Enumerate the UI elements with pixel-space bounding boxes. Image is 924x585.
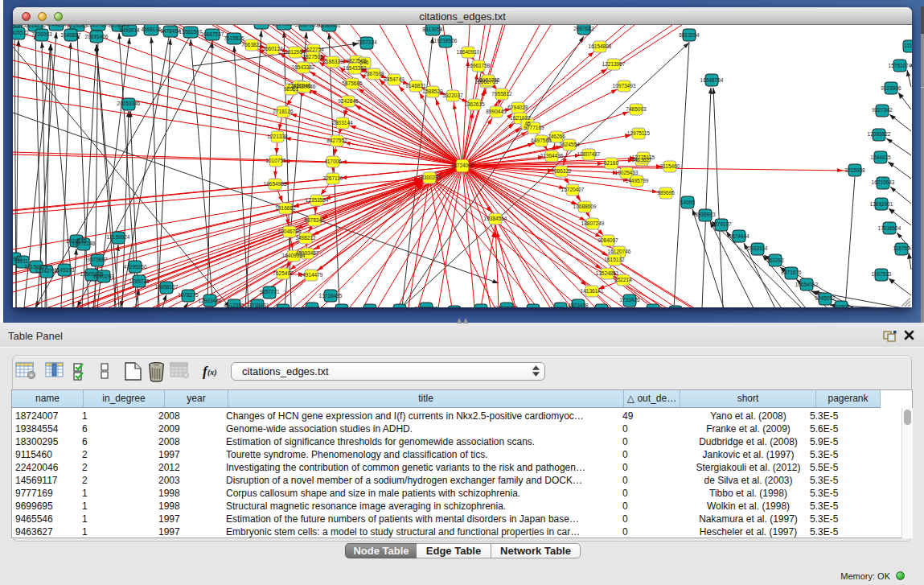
svg-text:3140807: 3140807 [60, 32, 81, 38]
svg-text:2933114: 2933114 [748, 245, 768, 251]
svg-text:89089901: 89089901 [318, 25, 341, 28]
svg-text:3827508: 3827508 [302, 54, 323, 60]
svg-text:8427552: 8427552 [326, 138, 347, 143]
svg-text:1621022: 1621022 [510, 115, 531, 121]
svg-text:12093822: 12093822 [868, 131, 891, 137]
svg-text:9129906: 9129906 [881, 85, 901, 91]
svg-text:7857224: 7857224 [356, 39, 377, 45]
svg-text:7374122: 7374122 [273, 307, 294, 307]
svg-text:3660124: 3660124 [262, 46, 283, 51]
svg-text:4823498: 4823498 [568, 303, 589, 307]
svg-text:4612365: 4612365 [224, 303, 244, 307]
svg-text:7986322: 7986322 [551, 168, 572, 174]
svg-text:8813054: 8813054 [679, 32, 700, 38]
svg-text:10872248: 10872248 [72, 241, 96, 246]
svg-text:3267110: 3267110 [323, 175, 343, 181]
svg-text:7515526: 7515526 [224, 35, 244, 41]
svg-text:12353594: 12353594 [306, 197, 329, 203]
svg-text:1615132: 1615132 [604, 257, 625, 262]
svg-text:7625402: 7625402 [273, 270, 294, 276]
svg-text:13524851: 13524851 [596, 270, 619, 276]
svg-text:19384554: 19384554 [484, 216, 507, 221]
svg-text:3498212: 3498212 [295, 235, 316, 241]
svg-text:23718431: 23718431 [246, 303, 269, 307]
svg-text:8813054: 8813054 [422, 27, 443, 32]
svg-text:9478454: 9478454 [160, 28, 181, 34]
svg-text:6879197: 6879197 [711, 221, 732, 227]
svg-text:26753883: 26753883 [415, 306, 438, 307]
svg-text:8186323: 8186323 [322, 59, 343, 64]
svg-text:8990443: 8990443 [486, 109, 507, 114]
svg-text:2803144: 2803144 [332, 120, 353, 126]
svg-text:13692901: 13692901 [870, 201, 893, 207]
svg-text:14136141: 14136141 [581, 288, 604, 294]
svg-text:16961758: 16961758 [467, 63, 491, 68]
svg-text:7022674: 7022674 [302, 306, 322, 307]
svg-text:8471676: 8471676 [781, 270, 802, 275]
svg-text:252214: 252214 [614, 277, 632, 282]
svg-text:6794028: 6794028 [507, 105, 528, 110]
svg-text:12923446: 12923446 [199, 298, 222, 303]
svg-text:9674444: 9674444 [729, 233, 749, 239]
svg-text:15831819: 15831819 [359, 307, 382, 307]
svg-text:4744854: 4744854 [46, 25, 67, 27]
svg-text:18807249: 18807249 [581, 220, 605, 226]
svg-text:1167533: 1167533 [872, 271, 892, 277]
svg-text:1362615: 1362615 [464, 101, 485, 107]
svg-text:5614226: 5614226 [25, 25, 46, 28]
svg-text:2718126: 2718126 [273, 109, 294, 114]
svg-text:21364436: 21364436 [540, 153, 564, 159]
svg-text:10807487: 10807487 [577, 151, 601, 157]
svg-text:9084067: 9084067 [598, 237, 618, 243]
svg-text:1733426: 1733426 [619, 297, 640, 303]
svg-text:16961758: 16961758 [477, 77, 500, 83]
svg-text:16548784: 16548784 [700, 77, 724, 83]
svg-text:1405572: 1405572 [13, 30, 29, 35]
svg-text:8878342: 8878342 [304, 217, 325, 223]
svg-text:924501: 924501 [832, 304, 850, 307]
svg-text:12213967: 12213967 [602, 61, 626, 67]
svg-text:10654112: 10654112 [795, 282, 819, 287]
svg-text:9227342: 9227342 [872, 107, 893, 113]
svg-text:1795725: 1795725 [129, 278, 150, 284]
svg-text:9975887: 9975887 [87, 257, 108, 262]
svg-text:5875685: 5875685 [342, 80, 363, 86]
svg-text:746266: 746266 [548, 134, 565, 139]
svg-text:8090293: 8090293 [93, 274, 114, 279]
svg-text:19654985: 19654985 [264, 181, 287, 187]
svg-text:1244415: 1244415 [870, 154, 891, 160]
svg-text:83140807: 83140807 [273, 25, 296, 27]
svg-text:13716485: 13716485 [319, 293, 343, 299]
svg-text:1588520: 1588520 [422, 89, 443, 94]
svg-text:18724007: 18724007 [451, 163, 474, 168]
svg-text:8938923: 8938923 [695, 212, 716, 217]
svg-text:13561597: 13561597 [179, 29, 203, 35]
svg-text:9146821: 9146821 [405, 83, 426, 89]
svg-text:10046786: 10046786 [278, 229, 302, 234]
svg-text:18300295: 18300295 [418, 175, 441, 180]
svg-text:49349722: 49349722 [470, 307, 493, 307]
svg-text:9115460: 9115460 [660, 163, 680, 169]
svg-text:(x): (x) [207, 368, 217, 377]
svg-text:16154808: 16154808 [589, 43, 612, 49]
svg-text:9245052: 9245052 [815, 295, 836, 301]
svg-text:14095: 14095 [680, 200, 695, 205]
svg-text:417006: 417006 [324, 159, 342, 164]
svg-text:7485003: 7485003 [626, 106, 647, 112]
svg-text:19218506: 19218506 [434, 38, 458, 43]
svg-text:5322037: 5322037 [442, 93, 463, 98]
svg-text:24942603: 24942603 [13, 25, 27, 27]
svg-text:16210643: 16210643 [872, 179, 895, 185]
svg-text:1010755: 1010755 [265, 158, 286, 163]
svg-text:93016315: 93016315 [495, 305, 519, 307]
svg-text:39587039: 39587039 [295, 25, 318, 27]
svg-text:1499914: 1499914 [119, 27, 140, 33]
svg-text:1117: 1117 [904, 43, 912, 48]
svg-text:9777169: 9777169 [524, 125, 544, 130]
svg-text:15720407: 15720407 [561, 187, 585, 192]
svg-text:16120746: 16120746 [608, 249, 631, 254]
svg-text:3215958: 3215958 [844, 167, 865, 173]
svg-text:62160: 62160 [604, 160, 618, 166]
svg-text:16409934: 16409934 [282, 253, 306, 258]
svg-text:20691406: 20691406 [85, 34, 109, 39]
